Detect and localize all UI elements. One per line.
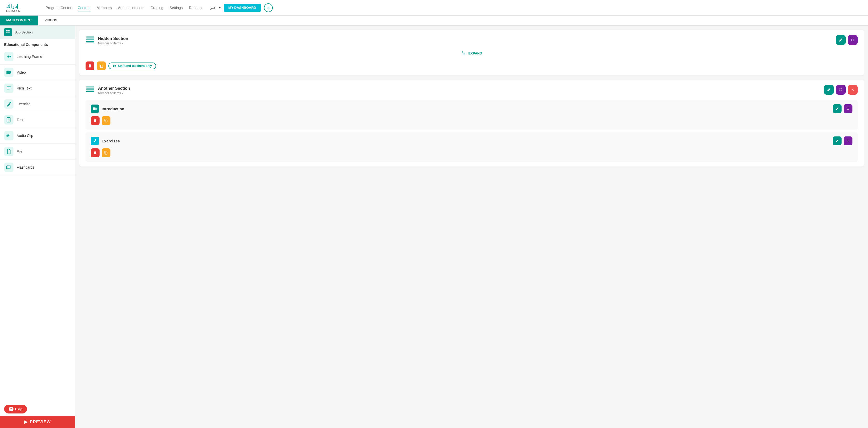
dropdown-arrow[interactable]: ▾ [219,6,221,9]
introduction-tags [91,116,852,125]
video-label: Video [17,70,26,74]
hidden-section-edit-button[interactable] [836,35,846,45]
exercises-edit-button[interactable] [833,136,842,145]
learning-frame-icon [4,52,13,61]
rich-text-icon [4,84,13,93]
hidden-section-tags: Staff and teachers only [86,61,858,70]
svg-rect-24 [86,86,94,88]
another-section-header: Another Section Number of items 7 [86,85,858,96]
tabs-bar: MAIN CONTENT VIDEOS [0,16,868,26]
component-test[interactable]: Test [0,112,75,128]
nav-announcements[interactable]: Announcements [118,6,144,10]
test-icon [4,115,13,124]
svg-rect-22 [86,39,94,40]
sidebar-sub-section[interactable]: Sub Section [0,26,75,39]
nav-grading[interactable]: Grading [150,6,163,10]
introduction-delete-button[interactable] [91,116,99,125]
avatar: ε [264,3,273,12]
visibility-label: Staff and teachers only [118,64,152,68]
main-content-area: Hidden Section Number of items 2 [75,26,868,428]
introduction-expand-button[interactable] [844,104,852,113]
svg-point-11 [9,102,11,103]
introduction-edit-button[interactable] [833,104,842,113]
svg-marker-7 [10,71,11,74]
nav-content[interactable]: Content [78,6,91,10]
file-label: File [17,149,23,154]
hidden-section-expand-button[interactable] [848,35,858,45]
hidden-section-copy-button[interactable] [97,61,106,70]
hidden-section-header: Hidden Section Number of items 2 [86,35,858,46]
exercises-item: Exercises [86,132,858,161]
component-learning-frame[interactable]: Learning Frame [0,49,75,65]
nav-settings[interactable]: Settings [169,6,183,10]
component-exercise[interactable]: Exercise [0,96,75,112]
another-section-expand-button[interactable] [836,85,846,95]
hidden-section-layers-icon [86,35,95,46]
test-label: Test [17,118,23,122]
rich-text-label: Rich Text [17,86,31,90]
svg-rect-21 [86,36,94,38]
exercise-icon [4,99,13,109]
edu-components-header: Educational Components [0,39,75,49]
nav-program-center[interactable]: Program Center [45,6,71,10]
component-flashcards[interactable]: Flashcards [0,159,75,175]
svg-point-4 [7,56,9,57]
svg-rect-10 [7,89,9,90]
svg-rect-3 [8,32,9,33]
help-button[interactable]: ? Help [4,405,27,414]
header-right: عمر ▾ MY DASHBOARD ε [210,3,273,12]
component-video[interactable]: Video [0,65,75,81]
flashcards-label: Flashcards [17,165,34,170]
video-sidebar-icon [4,68,13,77]
another-section-actions [824,85,858,95]
another-section-card: Another Section Number of items 7 [79,80,864,166]
svg-rect-9 [7,88,11,88]
flashcard-icon [4,163,13,172]
introduction-copy-button[interactable] [102,116,111,125]
preview-bar[interactable]: ▶ PREVIEW [0,416,75,428]
exercises-delete-button[interactable] [91,148,99,157]
component-audio-clip[interactable]: Audio Clip [0,128,75,144]
preview-label: PREVIEW [30,420,51,424]
introduction-icon [91,104,99,113]
another-section-info: Another Section Number of items 7 [98,86,130,95]
component-rich-text[interactable]: Rich Text [0,81,75,96]
hidden-section-info: Hidden Section Number of items 2 [98,36,128,45]
help-icon: ? [9,407,13,411]
exercises-header: Exercises [91,136,852,145]
hidden-section-delete-button[interactable] [86,61,94,70]
expand-label: EXPAND [468,51,482,55]
exercise-label: Exercise [17,102,31,106]
logo-text: إدراك EDRAAK [6,3,21,12]
visibility-badge[interactable]: Staff and teachers only [108,62,156,69]
audio-icon [4,131,13,140]
exercises-title: Exercises [102,139,120,143]
dashboard-button[interactable]: MY DASHBOARD [224,4,261,12]
tab-videos[interactable]: VIDEOS [38,16,64,25]
another-section-close-button[interactable] [848,85,858,95]
svg-rect-18 [7,134,8,136]
introduction-actions [833,104,852,113]
user-name: عمر [210,6,216,9]
exercises-copy-button[interactable] [102,148,111,157]
component-file[interactable]: File [0,144,75,159]
another-section-layers-icon [86,85,95,96]
svg-marker-5 [9,55,11,58]
svg-rect-26 [86,91,94,92]
nav-reports[interactable]: Reports [189,6,202,10]
hidden-section-title-area: Hidden Section Number of items 2 [86,35,128,46]
svg-rect-6 [6,71,10,74]
svg-point-29 [95,139,96,140]
audio-label: Audio Clip [17,133,33,138]
nav-members[interactable]: Members [97,6,112,10]
svg-rect-25 [86,88,94,90]
file-icon [4,147,13,156]
another-section-title: Another Section [98,86,130,91]
introduction-item: Introduction [86,100,858,129]
tab-main-content[interactable]: MAIN CONTENT [0,16,38,25]
expand-row[interactable]: EXPAND [86,46,858,58]
exercises-expand-button[interactable] [844,136,852,145]
another-section-edit-button[interactable] [824,85,834,95]
introduction-title-area: Introduction [91,104,124,113]
logo: إدراك EDRAAK [6,3,37,12]
